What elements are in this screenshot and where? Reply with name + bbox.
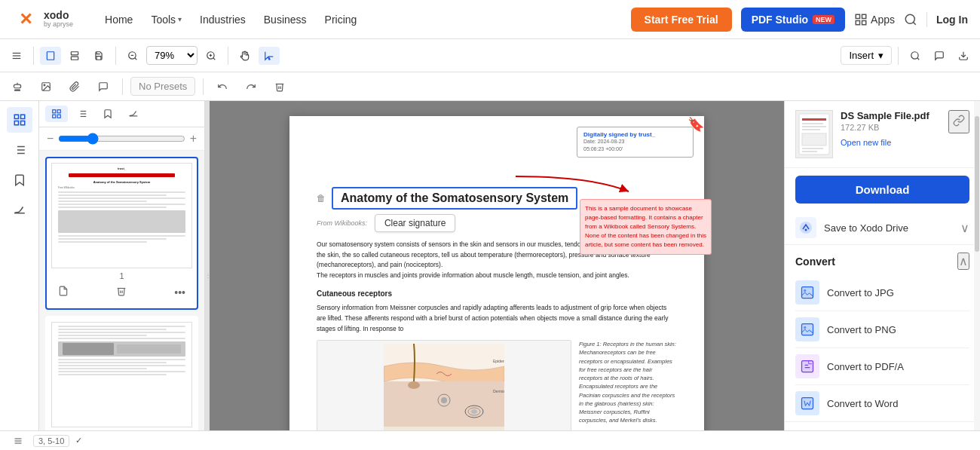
list-view-tab[interactable] [71, 106, 93, 122]
nav-item-home[interactable]: Home [97, 9, 140, 30]
search-page-button[interactable] [905, 47, 926, 65]
convert-collapse-button[interactable]: ∧ [957, 253, 969, 270]
thumb-zoom-slider[interactable] [58, 133, 185, 145]
svg-point-67 [800, 222, 812, 234]
outline-button[interactable] [7, 137, 32, 163]
svg-point-19 [911, 51, 918, 58]
convert-pdfa-label: Convert to PDF/A [827, 361, 904, 372]
thumb-more-button[interactable]: ••• [172, 284, 188, 301]
logo[interactable]: ✕ xodo by apryse [12, 6, 73, 33]
thumbnail-list: trust_ Anatomy of the Somatosensory Syst… [39, 151, 204, 450]
open-new-file-link[interactable]: Open new file [841, 138, 891, 147]
text-button[interactable] [92, 78, 115, 95]
pdfstudio-button[interactable]: PDF Studio NEW [741, 8, 845, 32]
page-info: 3, 5-10 [33, 435, 69, 447]
svg-rect-59 [802, 118, 826, 121]
main-layout: − + trust_ Anatomy of the Somatosensory … [0, 101, 980, 450]
svg-rect-36 [57, 110, 60, 113]
grid-view-tab[interactable] [45, 106, 68, 122]
bookmark-tab[interactable] [96, 106, 119, 122]
toolbar-divider-3 [228, 47, 228, 65]
convert-title: Convert [795, 256, 835, 268]
thumbnail-page-2[interactable]: — [45, 316, 198, 445]
apps-button[interactable]: Apps [854, 13, 895, 26]
continuous-view-button[interactable] [64, 47, 85, 65]
png-icon [795, 317, 819, 341]
insert-dropdown[interactable]: Insert ▾ [841, 46, 892, 65]
svg-rect-35 [53, 110, 56, 113]
pdf-viewer[interactable]: Digitally signed by trust_ Date: 2024-08… [210, 101, 784, 450]
no-presets-label: No Presets [130, 77, 195, 96]
nav-item-industries[interactable]: Industries [192, 9, 253, 30]
erase-button[interactable] [268, 78, 291, 95]
toolbar-divider [33, 47, 34, 65]
sig-tab[interactable] [122, 106, 145, 122]
nav-item-tools[interactable]: Tools ▾ [143, 9, 189, 30]
svg-point-71 [804, 289, 806, 292]
annot-divider-2 [203, 78, 204, 95]
thumb-new-button[interactable] [56, 283, 71, 301]
logo-icon: ✕ [12, 6, 39, 33]
jpg-icon [795, 280, 819, 305]
svg-text:Dermis: Dermis [493, 389, 504, 393]
convert-word-item[interactable]: Convert to Word [795, 385, 969, 421]
thumb-zoom-in[interactable]: + [190, 132, 197, 145]
nav-item-business[interactable]: Business [256, 9, 314, 30]
svg-rect-65 [802, 151, 817, 152]
red-annotation-box: This is a sample document to showcase pa… [580, 199, 712, 255]
menu-button[interactable] [6, 47, 27, 65]
zoom-out-button[interactable] [122, 47, 143, 65]
convert-pdfa-item[interactable]: Convert to PDF/A [795, 348, 969, 385]
thumb-zoom-out[interactable]: − [47, 132, 54, 145]
login-button[interactable]: Log In [936, 14, 968, 26]
thumbnail-panel: − + trust_ Anatomy of the Somatosensory … [39, 101, 205, 450]
attachment-button[interactable] [63, 78, 86, 95]
convert-jpg-item[interactable]: Convert to JPG [795, 274, 969, 311]
thumbnails-button[interactable] [7, 107, 32, 133]
status-menu-button[interactable] [9, 434, 27, 448]
check-icon: ✓ [75, 436, 82, 445]
svg-point-68 [805, 229, 807, 231]
scrollbar-thumb[interactable] [975, 116, 979, 252]
thumb-image-2 [51, 322, 192, 427]
trial-button[interactable]: Start Free Trial [631, 8, 732, 32]
image-button[interactable] [35, 78, 57, 95]
search-button[interactable] [904, 13, 917, 26]
undo-button[interactable] [211, 78, 234, 95]
signature-button[interactable] [7, 197, 32, 223]
svg-rect-37 [53, 115, 56, 118]
status-bar: 3, 5-10 ✓ [0, 430, 980, 450]
status-check-button[interactable]: ✓ [75, 436, 82, 445]
nav-divider [926, 12, 927, 27]
thumb-delete-button[interactable] [114, 283, 129, 301]
svg-rect-25 [14, 115, 18, 118]
svg-line-16 [213, 57, 216, 60]
nav-right-actions: Start Free Trial PDF Studio NEW Apps Log… [631, 8, 968, 32]
svg-rect-10 [71, 51, 78, 54]
pan-button[interactable] [234, 47, 256, 65]
download-toolbar-button[interactable] [953, 47, 974, 65]
comment-button[interactable] [929, 47, 950, 65]
thumbnail-page-1[interactable]: trust_ Anatomy of the Somatosensory Syst… [45, 157, 198, 310]
copy-link-button[interactable] [948, 110, 969, 133]
zoom-in-button[interactable] [201, 47, 222, 65]
save-button[interactable] [88, 47, 109, 65]
delete-icon[interactable]: 🗑 [317, 193, 326, 204]
select-button[interactable] [259, 47, 280, 65]
single-page-view-button[interactable] [40, 47, 61, 65]
svg-rect-61 [802, 126, 826, 127]
clear-signature-button[interactable]: Clear signature [375, 214, 455, 232]
annot-divider [122, 78, 123, 95]
redo-button[interactable] [240, 78, 262, 95]
save-to-xodo-row[interactable]: Save to Xodo Drive ∨ [785, 211, 980, 245]
nav-item-pricing[interactable]: Pricing [317, 9, 365, 30]
download-button[interactable]: Download [795, 176, 969, 204]
convert-png-item[interactable]: Convert to PNG [795, 311, 969, 348]
zoom-select[interactable]: 79% 50% 100% 150% [146, 46, 198, 65]
toolbar-divider-2 [115, 47, 116, 65]
save-chevron-icon: ∨ [960, 221, 969, 235]
logo-by-text: by apryse [44, 21, 73, 29]
stamp-button[interactable] [6, 78, 29, 95]
bookmark-sidebar-button[interactable] [7, 167, 32, 193]
annotation-bar: No Presets [0, 72, 980, 101]
